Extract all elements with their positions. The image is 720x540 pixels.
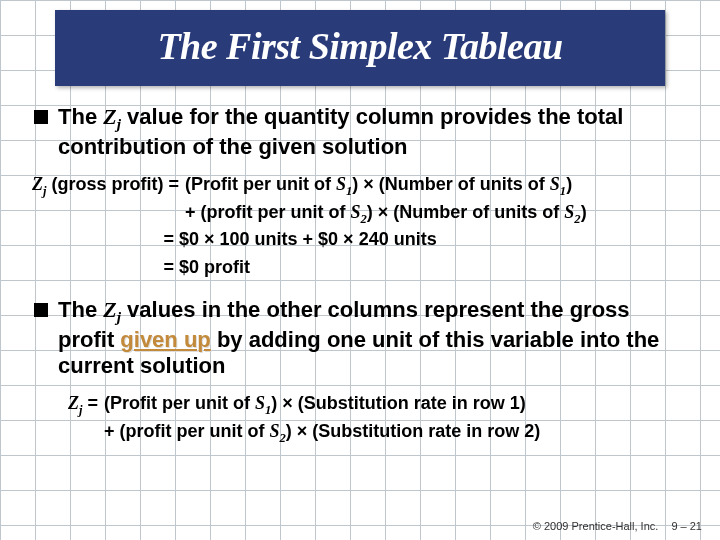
given-up-emphasis: given up [120, 327, 210, 352]
footer: © 2009 Prentice-Hall, Inc. 9 – 21 [533, 520, 702, 532]
page-number: 9 – 21 [671, 520, 702, 532]
t: (Profit per unit of [185, 174, 336, 194]
t: ) [566, 174, 572, 194]
z: Z [32, 174, 43, 194]
t: = [83, 393, 99, 413]
bullet-square-icon [34, 110, 48, 124]
slide-title: The First Simplex Tableau [55, 10, 665, 86]
z: Z [103, 104, 116, 129]
s: S [255, 393, 265, 413]
copyright-text: © 2009 Prentice-Hall, Inc. [533, 520, 659, 532]
t: + (profit per unit of [185, 202, 350, 222]
eq-row: Zj (gross profit) = + (profit per unit o… [32, 200, 692, 228]
bullet-square-icon [34, 303, 48, 317]
bullet-2: The Zj values in the other columns repre… [34, 297, 682, 380]
eq-row: Zj (gross profit) = $0 profit [32, 255, 692, 283]
bullet-1: The Zj value for the quantity column pro… [34, 104, 682, 160]
eq-rhs: (Profit per unit of S1) × (Substitution … [98, 391, 526, 419]
slide-content: The First Simplex Tableau The Zj value f… [0, 0, 720, 540]
eq-row: Zj = (Profit per unit of S1) × (Substitu… [68, 391, 692, 419]
bullet-2-text: The Zj values in the other columns repre… [58, 297, 682, 380]
s: S [351, 202, 361, 222]
z: Z [68, 393, 79, 413]
t: value for the quantity column provides t… [58, 104, 623, 159]
t: ) × (Substitution rate in row 2) [286, 421, 541, 441]
eq-rhs: = $0 × 100 units + $0 × 240 units [164, 227, 437, 255]
t: The [58, 297, 103, 322]
eq-rhs: + (profit per unit of S2) × (Substitutio… [98, 419, 540, 447]
t: (Profit per unit of [104, 393, 255, 413]
eq-rhs: = $0 profit [164, 255, 251, 283]
eq-rhs: (Profit per unit of S1) × (Number of uni… [179, 172, 572, 200]
t: ) × (Substitution rate in row 1) [271, 393, 526, 413]
s: S [564, 202, 574, 222]
s: S [270, 421, 280, 441]
eq-row: Zj (gross profit) = (Profit per unit of … [32, 172, 692, 200]
t: ) [581, 202, 587, 222]
eq-row: Zj = + (profit per unit of S2) × (Substi… [68, 419, 692, 447]
eq-lhs: Zj = [68, 391, 98, 419]
equation-block-1: Zj (gross profit) = (Profit per unit of … [32, 172, 692, 282]
eq-lhs: Zj (gross profit) = [32, 172, 179, 200]
t: ) × (Number of units of [352, 174, 550, 194]
t: + (profit per unit of [104, 421, 269, 441]
s: S [336, 174, 346, 194]
zj-symbol: Zj [103, 104, 121, 129]
zj-symbol: Zj [103, 297, 121, 322]
t: ) × (Number of units of [367, 202, 565, 222]
bullet-1-text: The Zj value for the quantity column pro… [58, 104, 682, 160]
t: The [58, 104, 103, 129]
t: (gross profit) = [47, 174, 180, 194]
z: Z [103, 297, 116, 322]
eq-row: Zj (gross profit) = $0 × 100 units + $0 … [32, 227, 692, 255]
s: S [550, 174, 560, 194]
equation-block-2: Zj = (Profit per unit of S1) × (Substitu… [68, 391, 692, 446]
eq-rhs: + (profit per unit of S2) × (Number of u… [179, 200, 587, 228]
